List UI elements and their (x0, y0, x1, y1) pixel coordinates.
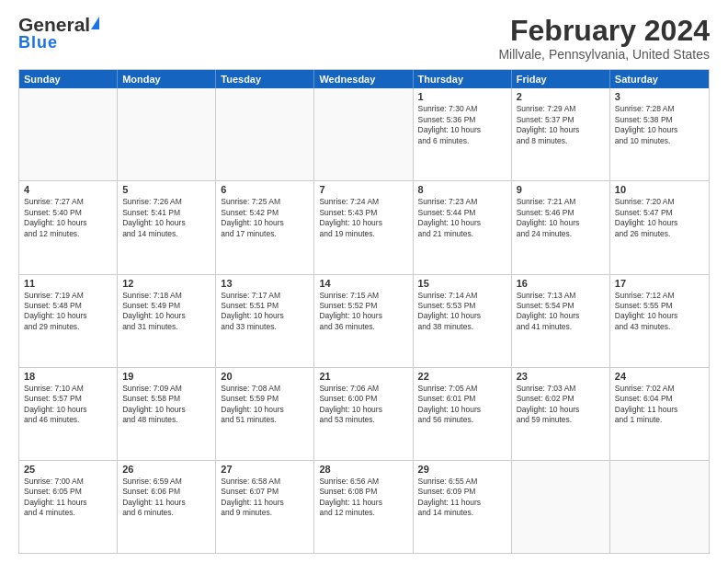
calendar-cell: 1Sunrise: 7:30 AM Sunset: 5:36 PM Daylig… (414, 88, 512, 180)
day-number: 26 (122, 464, 210, 475)
calendar-cell: 2Sunrise: 7:29 AM Sunset: 5:37 PM Daylig… (512, 88, 610, 180)
cell-content: Sunrise: 7:20 AM Sunset: 5:47 PM Dayligh… (615, 197, 704, 239)
day-number: 4 (24, 184, 112, 195)
cell-content: Sunrise: 7:23 AM Sunset: 5:44 PM Dayligh… (418, 197, 506, 239)
calendar: SundayMondayTuesdayWednesdayThursdayFrid… (18, 69, 710, 554)
day-number: 25 (24, 464, 112, 475)
cell-content: Sunrise: 7:09 AM Sunset: 5:58 PM Dayligh… (122, 384, 210, 426)
calendar-cell: 22Sunrise: 7:05 AM Sunset: 6:01 PM Dayli… (414, 368, 512, 460)
day-number: 29 (418, 464, 506, 475)
calendar-cell: 28Sunrise: 6:56 AM Sunset: 6:08 PM Dayli… (314, 461, 413, 553)
day-number: 3 (615, 91, 704, 102)
calendar-cell: 20Sunrise: 7:08 AM Sunset: 5:59 PM Dayli… (216, 368, 314, 460)
calendar-cell: 29Sunrise: 6:55 AM Sunset: 6:09 PM Dayli… (414, 461, 512, 553)
calendar-header-cell: Saturday (610, 70, 709, 88)
calendar-cell (118, 88, 216, 180)
day-number: 15 (418, 278, 506, 289)
calendar-cell: 5Sunrise: 7:26 AM Sunset: 5:41 PM Daylig… (118, 181, 216, 273)
cell-content: Sunrise: 7:27 AM Sunset: 5:40 PM Dayligh… (24, 197, 112, 239)
cell-content: Sunrise: 7:24 AM Sunset: 5:43 PM Dayligh… (319, 197, 407, 239)
calendar-cell: 4Sunrise: 7:27 AM Sunset: 5:40 PM Daylig… (19, 181, 118, 273)
calendar-row: 25Sunrise: 7:00 AM Sunset: 6:05 PM Dayli… (19, 461, 709, 553)
calendar-cell (19, 88, 118, 180)
cell-content: Sunrise: 7:10 AM Sunset: 5:57 PM Dayligh… (24, 384, 112, 426)
cell-content: Sunrise: 7:29 AM Sunset: 5:37 PM Dayligh… (517, 104, 605, 146)
cell-content: Sunrise: 6:56 AM Sunset: 6:08 PM Dayligh… (319, 477, 407, 519)
calendar-row: 11Sunrise: 7:19 AM Sunset: 5:48 PM Dayli… (19, 275, 709, 368)
cell-content: Sunrise: 7:26 AM Sunset: 5:41 PM Dayligh… (122, 197, 210, 239)
cell-content: Sunrise: 7:15 AM Sunset: 5:52 PM Dayligh… (319, 291, 407, 333)
calendar-cell (314, 88, 413, 180)
cell-content: Sunrise: 7:14 AM Sunset: 5:53 PM Dayligh… (418, 291, 506, 333)
calendar-cell: 6Sunrise: 7:25 AM Sunset: 5:42 PM Daylig… (216, 181, 314, 273)
day-number: 24 (615, 371, 704, 382)
calendar-header-cell: Sunday (19, 70, 118, 88)
calendar-cell: 21Sunrise: 7:06 AM Sunset: 6:00 PM Dayli… (314, 368, 413, 460)
day-number: 14 (319, 278, 407, 289)
calendar-cell: 12Sunrise: 7:18 AM Sunset: 5:49 PM Dayli… (118, 275, 216, 367)
calendar-cell: 8Sunrise: 7:23 AM Sunset: 5:44 PM Daylig… (414, 181, 512, 273)
calendar-cell: 13Sunrise: 7:17 AM Sunset: 5:51 PM Dayli… (216, 275, 314, 367)
day-number: 2 (517, 91, 605, 102)
calendar-cell: 16Sunrise: 7:13 AM Sunset: 5:54 PM Dayli… (512, 275, 610, 367)
calendar-cell: 23Sunrise: 7:03 AM Sunset: 6:02 PM Dayli… (512, 368, 610, 460)
title-area: February 2024 Millvale, Pennsylvania, Un… (498, 15, 710, 62)
calendar-header: SundayMondayTuesdayWednesdayThursdayFrid… (19, 70, 709, 88)
calendar-cell: 25Sunrise: 7:00 AM Sunset: 6:05 PM Dayli… (19, 461, 118, 553)
calendar-row: 1Sunrise: 7:30 AM Sunset: 5:36 PM Daylig… (19, 88, 709, 181)
cell-content: Sunrise: 7:18 AM Sunset: 5:49 PM Dayligh… (122, 291, 210, 333)
calendar-cell: 7Sunrise: 7:24 AM Sunset: 5:43 PM Daylig… (314, 181, 413, 273)
calendar-header-cell: Friday (512, 70, 610, 88)
calendar-cell: 15Sunrise: 7:14 AM Sunset: 5:53 PM Dayli… (414, 275, 512, 367)
calendar-cell: 17Sunrise: 7:12 AM Sunset: 5:55 PM Dayli… (610, 275, 709, 367)
calendar-cell: 27Sunrise: 6:58 AM Sunset: 6:07 PM Dayli… (216, 461, 314, 553)
cell-content: Sunrise: 7:05 AM Sunset: 6:01 PM Dayligh… (418, 384, 506, 426)
cell-content: Sunrise: 7:00 AM Sunset: 6:05 PM Dayligh… (24, 477, 112, 519)
cell-content: Sunrise: 6:55 AM Sunset: 6:09 PM Dayligh… (418, 477, 506, 519)
day-number: 19 (122, 371, 210, 382)
day-number: 7 (319, 184, 407, 195)
cell-content: Sunrise: 7:21 AM Sunset: 5:46 PM Dayligh… (517, 197, 605, 239)
day-number: 6 (221, 184, 309, 195)
page: General Blue February 2024 Millvale, Pen… (0, 0, 728, 563)
calendar-cell (610, 461, 709, 553)
calendar-row: 4Sunrise: 7:27 AM Sunset: 5:40 PM Daylig… (19, 181, 709, 274)
calendar-header-cell: Wednesday (314, 70, 413, 88)
calendar-cell (512, 461, 610, 553)
logo-blue: Blue (18, 34, 99, 51)
cell-content: Sunrise: 6:58 AM Sunset: 6:07 PM Dayligh… (221, 477, 309, 519)
day-number: 11 (24, 278, 112, 289)
calendar-header-cell: Thursday (414, 70, 512, 88)
calendar-header-cell: Monday (118, 70, 216, 88)
cell-content: Sunrise: 7:17 AM Sunset: 5:51 PM Dayligh… (221, 291, 309, 333)
day-number: 28 (319, 464, 407, 475)
calendar-cell: 19Sunrise: 7:09 AM Sunset: 5:58 PM Dayli… (118, 368, 216, 460)
page-title: February 2024 (498, 15, 710, 47)
day-number: 27 (221, 464, 309, 475)
cell-content: Sunrise: 7:08 AM Sunset: 5:59 PM Dayligh… (221, 384, 309, 426)
cell-content: Sunrise: 7:30 AM Sunset: 5:36 PM Dayligh… (418, 104, 506, 146)
day-number: 9 (517, 184, 605, 195)
cell-content: Sunrise: 6:59 AM Sunset: 6:06 PM Dayligh… (122, 477, 210, 519)
day-number: 18 (24, 371, 112, 382)
cell-content: Sunrise: 7:12 AM Sunset: 5:55 PM Dayligh… (615, 291, 704, 333)
day-number: 17 (615, 278, 704, 289)
cell-content: Sunrise: 7:02 AM Sunset: 6:04 PM Dayligh… (615, 384, 704, 426)
day-number: 5 (122, 184, 210, 195)
calendar-cell: 14Sunrise: 7:15 AM Sunset: 5:52 PM Dayli… (314, 275, 413, 367)
calendar-cell (216, 88, 314, 180)
calendar-cell: 26Sunrise: 6:59 AM Sunset: 6:06 PM Dayli… (118, 461, 216, 553)
calendar-row: 18Sunrise: 7:10 AM Sunset: 5:57 PM Dayli… (19, 368, 709, 461)
day-number: 22 (418, 371, 506, 382)
cell-content: Sunrise: 7:19 AM Sunset: 5:48 PM Dayligh… (24, 291, 112, 333)
calendar-cell: 24Sunrise: 7:02 AM Sunset: 6:04 PM Dayli… (610, 368, 709, 460)
day-number: 8 (418, 184, 506, 195)
calendar-cell: 18Sunrise: 7:10 AM Sunset: 5:57 PM Dayli… (19, 368, 118, 460)
logo: General Blue (18, 15, 99, 51)
logo-triangle-icon (91, 17, 99, 29)
calendar-header-cell: Tuesday (216, 70, 314, 88)
day-number: 23 (517, 371, 605, 382)
cell-content: Sunrise: 7:03 AM Sunset: 6:02 PM Dayligh… (517, 384, 605, 426)
calendar-cell: 3Sunrise: 7:28 AM Sunset: 5:38 PM Daylig… (610, 88, 709, 180)
calendar-body: 1Sunrise: 7:30 AM Sunset: 5:36 PM Daylig… (19, 88, 709, 553)
